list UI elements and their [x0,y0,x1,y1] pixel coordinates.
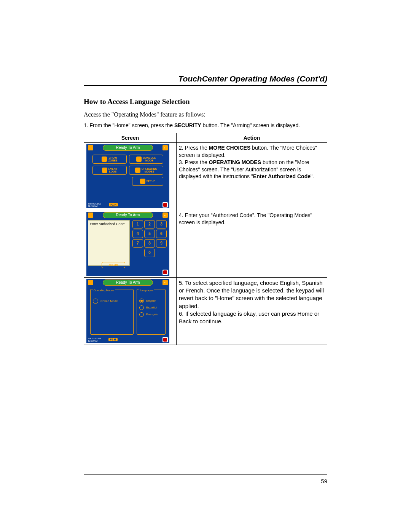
key-0[interactable]: 0 [144,249,155,257]
step-1: 1. From the "Home" screen, press the SEC… [84,122,327,129]
console-mode-button[interactable]: CONSOLE MODE [129,155,163,164]
home-icon[interactable] [88,280,93,285]
languages-group: Languages English Español [137,289,166,335]
french-label: Français [146,313,158,316]
section-intro: Access the "Operating Modes" feature as … [84,111,327,118]
key-8[interactable]: 8 [144,239,155,248]
chime-label: Chime Mode [100,299,118,303]
r1-h: ". [311,173,314,179]
operating-modes-button[interactable]: OPERATING MODES [129,166,163,175]
ready-to-arm-pill: Ready To Arm [103,145,153,151]
ready-to-arm-pill: Ready To Arm [103,280,153,286]
logs-icon [102,168,107,173]
code-prompt-panel: Enter Authorized Code: [88,220,130,266]
key-1[interactable]: 1 [132,220,143,228]
key-9[interactable]: 9 [156,239,167,248]
back-icon[interactable]: ← [162,212,168,218]
show-zones-button[interactable]: SHOW ZONES [92,155,127,164]
page-header-title: TouchCenter Operating Modes (Cont'd) [84,74,327,86]
r1-e: OPERATING MODES [209,159,261,165]
timestamp: Tue 01/11/00 02:46 AM [88,203,101,207]
setup-icon [140,179,145,184]
operating-modes-title: Operating Modes [93,289,115,292]
back-icon[interactable]: ← [162,145,168,150]
chime-mode-option[interactable]: Chime Mode [93,299,131,304]
modes-icon [135,168,140,173]
radio-icon [139,312,144,317]
languages-title: Languages [139,289,154,292]
keypad: 1 2 3 4 5 6 7 8 9 0 [131,220,168,266]
zones-icon [102,157,107,162]
r1-d: 3. Press the [179,159,209,165]
r3-a: 5. To select specified language, choose … [179,279,325,310]
english-label: English [146,299,156,302]
step1-bold: SECURITY [174,122,201,128]
lang-french[interactable]: Français [139,312,163,317]
home-icon[interactable] [88,145,93,150]
setup-button[interactable]: SETUP [132,177,163,186]
lang-english[interactable]: English [139,299,163,303]
panic-icon[interactable] [162,202,168,208]
panic-icon[interactable] [162,270,168,275]
panic-icon[interactable] [162,337,168,342]
key-7[interactable]: 7 [132,239,143,248]
show-zones-label: SHOW ZONES [108,157,117,162]
r1-b: MORE CHOICES [209,145,251,151]
footer-rule [84,474,327,475]
enter-code-prompt: Enter Authorized Code: [90,222,125,226]
r3-b: 6. If selected language is okay, user ca… [179,310,325,326]
key-4[interactable]: 4 [132,230,143,238]
key-5[interactable]: 5 [144,230,155,238]
event-logs-button[interactable]: EVENT LOGS [92,166,127,175]
back-icon[interactable]: ← [162,280,168,285]
key-3[interactable]: 3 [156,220,167,228]
page-number: 59 [321,478,327,484]
key-6[interactable]: 6 [156,230,167,238]
step1-prefix: 1. From the "Home" screen, press the [84,122,174,128]
section-heading: How to Access Language Selection [84,97,327,106]
clear-button[interactable]: CLEAR [102,262,125,268]
col-header-action: Action [177,133,327,142]
home-icon[interactable] [88,212,93,218]
instruction-table: Screen Action Ready To Arm ← SHOW ZONES … [84,133,327,345]
screen-operating-modes: Ready To Arm ← Operating Modes Chime Mod… [86,279,169,343]
spanish-label: Español [146,306,157,309]
operating-modes-group: Operating Modes Chime Mode [90,289,134,335]
r1-a: 2. Press the [179,145,209,151]
partition-tag: P1 H [108,338,118,341]
action-row-2: 4. Enter your “Authorized Code”. The "Op… [177,210,327,277]
ready-to-arm-pill: Ready To Arm [103,212,153,218]
setup-label: SETUP [147,180,155,182]
key-2[interactable]: 2 [144,220,155,228]
action-row-3: 5. To select specified language, choose … [177,277,327,345]
event-logs-label: EVENT LOGS [108,168,117,173]
screen-more-choices: Ready To Arm ← SHOW ZONES CONSOLE MODE E… [86,144,169,208]
r1-g: Enter Authorized Code [253,173,311,179]
timestamp: Sat 01/01/04 12:02 AM [88,337,101,342]
partition-tag: P1 H [109,203,118,206]
radio-icon [139,305,144,310]
console-icon [136,157,142,162]
screen-enter-code: Ready To Arm ← Enter Authorized Code: 1 … [86,212,169,276]
col-header-screen: Screen [84,133,177,142]
step1-suffix: button. The "Arming" screen is displayed… [201,122,300,128]
action-row-1: 2. Press the MORE CHOICES button. The "M… [177,142,327,210]
radio-icon [93,299,98,304]
operating-modes-label: OPERATING MODES [142,168,157,173]
console-mode-label: CONSOLE MODE [143,157,156,162]
lang-spanish[interactable]: Español [139,305,163,310]
radio-icon [139,299,144,303]
